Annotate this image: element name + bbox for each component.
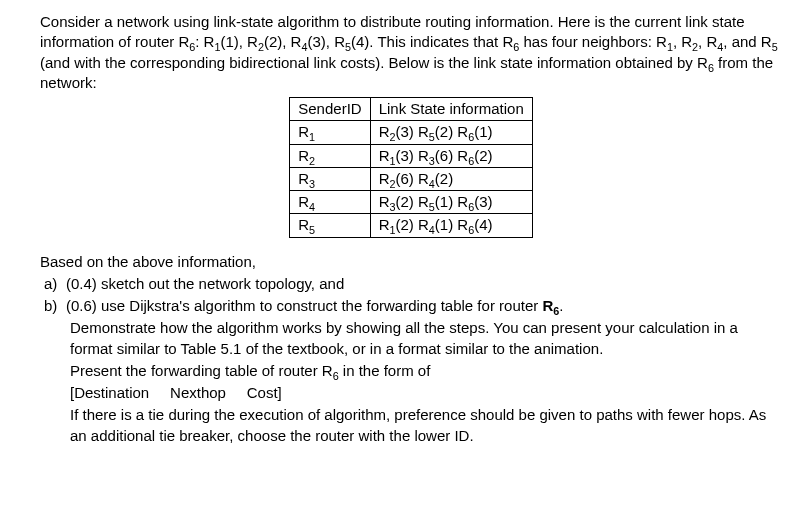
- intro-text: , and R: [723, 33, 771, 50]
- question-a-text: (0.4) sketch out the network topology, a…: [66, 274, 782, 294]
- header-sender: SenderID: [290, 98, 370, 121]
- intro-text: (4). This indicates that R: [351, 33, 513, 50]
- paragraph-format: [Destination Nexthop Cost]: [70, 383, 782, 403]
- intro-text: (and with the corresponding bidirectiona…: [40, 54, 444, 71]
- intro-text: Consider a network using link-state algo…: [40, 13, 630, 30]
- table-row: R5R1(2) R4(1) R6(4): [290, 214, 532, 237]
- intro-text: , R: [698, 33, 717, 50]
- sender-cell: R5: [290, 214, 370, 237]
- intro-text: (2), R: [264, 33, 302, 50]
- sender-cell: R1: [290, 121, 370, 144]
- question-b: b) (0.6) use Dijkstra's algorithm to con…: [40, 296, 782, 316]
- table-header-row: SenderID Link State information: [290, 98, 532, 121]
- linkstate-cell: R2(6) R4(2): [370, 167, 532, 190]
- linkstate-cell: R2(3) R5(2) R6(1): [370, 121, 532, 144]
- table-row: R2R1(3) R3(6) R6(2): [290, 144, 532, 167]
- question-a-label: a): [40, 274, 66, 294]
- intro-text: , R: [673, 33, 692, 50]
- intro-text: (3), R: [307, 33, 345, 50]
- table-row: R1R2(3) R5(2) R6(1): [290, 121, 532, 144]
- link-state-table: SenderID Link State information R1R2(3) …: [289, 97, 532, 238]
- linkstate-cell: R1(2) R4(1) R6(4): [370, 214, 532, 237]
- sender-cell: R3: [290, 167, 370, 190]
- intro-text: four neighbors: R: [552, 33, 667, 50]
- intro-text: has: [519, 33, 547, 50]
- question-a: a) (0.4) sketch out the network topology…: [40, 274, 782, 294]
- intro-text: the link state information obtained by R: [449, 54, 708, 71]
- sub: 5: [772, 41, 778, 53]
- router-bold: R6: [542, 297, 559, 314]
- intro-text: : R: [195, 33, 214, 50]
- intro-text: (1), R: [220, 33, 258, 50]
- table-row: R4R3(2) R5(1) R6(3): [290, 191, 532, 214]
- table-row: R3R2(6) R4(2): [290, 167, 532, 190]
- question-b-text: (0.6) use Dijkstra's algorithm to constr…: [66, 296, 782, 316]
- sender-cell: R4: [290, 191, 370, 214]
- based-on-text: Based on the above information,: [40, 252, 782, 272]
- question-b-label: b): [40, 296, 66, 316]
- problem-intro: Consider a network using link-state algo…: [40, 12, 782, 93]
- paragraph-tiebreak: If there is a tie during the execution o…: [70, 405, 782, 446]
- sender-cell: R2: [290, 144, 370, 167]
- linkstate-cell: R1(3) R3(6) R6(2): [370, 144, 532, 167]
- header-linkstate: Link State information: [370, 98, 532, 121]
- paragraph-demonstrate: Demonstrate how the algorithm works by s…: [70, 318, 782, 359]
- linkstate-cell: R3(2) R5(1) R6(3): [370, 191, 532, 214]
- paragraph-present: Present the forwarding table of router R…: [70, 361, 782, 381]
